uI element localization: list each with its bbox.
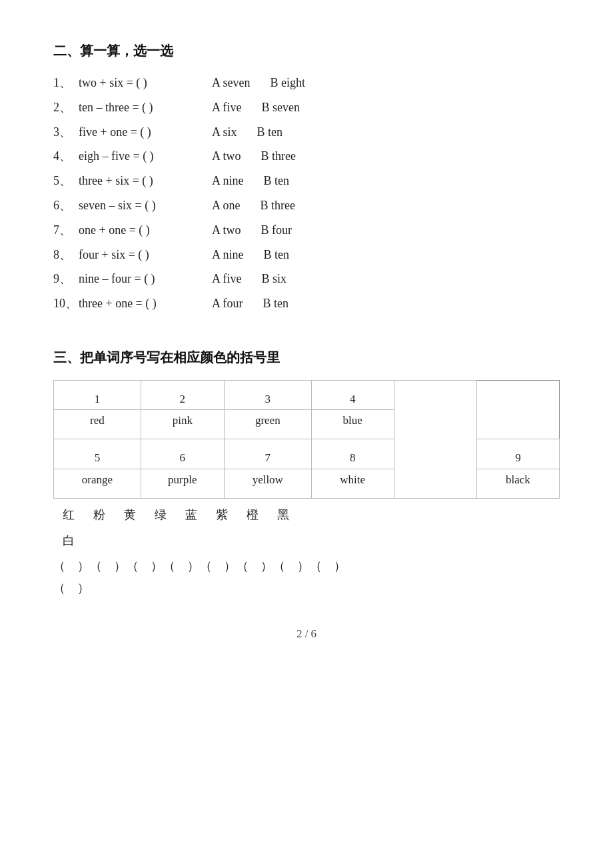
bracket-5: （ ） [200, 557, 237, 576]
math-row-4: 4、eigh – five = ( )A twoB three [53, 147, 560, 166]
empty-cell [394, 380, 476, 498]
chinese-yellow: 黄 [115, 505, 145, 525]
chinese-blue: 蓝 [176, 505, 207, 525]
math-choice-3-0: A six [212, 123, 237, 142]
bracket-4: （ ） [163, 557, 200, 576]
bracket-6: （ ） [237, 557, 273, 576]
section-three: 三、把单词序号写在相应颜色的括号里 1 2 3 4 red pink green… [53, 347, 560, 598]
math-choice-1-1: B eight [271, 73, 306, 93]
section-two-title: 二、算一算，选一选 [53, 40, 560, 61]
math-choice-2-0: A five [212, 98, 242, 117]
math-num-9: 9、 [53, 269, 79, 289]
chinese-white: 白 [53, 531, 84, 551]
math-expr-5: three + six = ( ) [79, 171, 212, 191]
color-num-8: 8 [311, 439, 394, 469]
color-num-4: 4 [311, 380, 394, 409]
color-name-green: green [224, 410, 311, 439]
color-num-1: 1 [54, 380, 141, 409]
math-row-2: 2、ten – three = ( )A fiveB seven [53, 98, 560, 117]
math-choice-6-1: B three [261, 196, 295, 215]
math-choice-10-0: A four [212, 294, 243, 313]
math-choice-3-1: B ten [257, 123, 283, 142]
math-num-3: 3、 [53, 123, 79, 142]
math-choices-4: A twoB three [212, 147, 296, 166]
color-num-5: 5 [54, 439, 141, 469]
math-num-6: 6、 [53, 196, 79, 215]
color-table-num-row1: 1 2 3 4 [54, 380, 560, 409]
math-choice-5-0: A nine [212, 171, 244, 191]
brackets-row-1: （ ） （ ） （ ） （ ） （ ） （ ） （ ） （ ） [53, 557, 560, 576]
math-num-7: 7、 [53, 221, 79, 240]
math-expr-2: ten – three = ( ) [79, 98, 212, 117]
chinese-pink: 粉 [84, 505, 115, 525]
color-name-white: white [311, 469, 394, 498]
math-choice-4-0: A two [212, 147, 241, 166]
brackets-row-2: （ ） [53, 579, 560, 598]
math-num-2: 2、 [53, 98, 79, 117]
math-choices-1: A sevenB eight [212, 73, 305, 93]
color-name-black: black [476, 469, 559, 498]
math-problems: 1、two + six = ( )A sevenB eight2、ten – t… [53, 73, 560, 313]
bracket-8: （ ） [310, 557, 346, 576]
math-row-5: 5、three + six = ( )A nineB ten [53, 171, 560, 191]
math-choice-1-0: A seven [212, 73, 251, 93]
math-choice-9-0: A five [212, 269, 242, 289]
math-expr-8: four + six = ( ) [79, 245, 212, 265]
color-name-red: red [54, 410, 141, 439]
math-choice-2-1: B seven [262, 98, 301, 117]
chinese-orange: 橙 [237, 505, 268, 525]
math-choice-5-1: B ten [264, 171, 290, 191]
math-row-3: 3、five + one = ( )A sixB ten [53, 123, 560, 142]
math-expr-3: five + one = ( ) [79, 123, 212, 142]
section-three-title: 三、把单词序号写在相应颜色的括号里 [53, 347, 560, 368]
math-row-9: 9、nine – four = ( )A fiveB six [53, 269, 560, 289]
page-number: 2 / 6 [53, 625, 560, 643]
color-num-9: 9 [476, 439, 559, 469]
math-row-6: 6、seven – six = ( )A oneB three [53, 196, 560, 215]
color-num-3: 3 [224, 380, 311, 409]
math-expr-4: eigh – five = ( ) [79, 147, 212, 166]
math-choices-2: A fiveB seven [212, 98, 300, 117]
math-num-5: 5、 [53, 171, 79, 191]
math-row-8: 8、four + six = ( )A nineB ten [53, 245, 560, 265]
math-choices-7: A twoB four [212, 221, 292, 240]
math-expr-10: three + one = ( ) [79, 294, 212, 313]
math-choice-7-1: B four [261, 221, 293, 240]
section-two: 二、算一算，选一选 1、two + six = ( )A sevenB eigh… [53, 40, 560, 313]
math-choice-10-1: B ten [263, 294, 289, 313]
color-table-name-row2: orange purple yellow white black [54, 469, 560, 498]
chinese-chars-row: 红 粉 黄 绿 蓝 紫 橙 黑 [53, 505, 560, 525]
color-name-pink: pink [141, 410, 224, 439]
math-choice-8-1: B ten [264, 245, 290, 265]
math-choices-6: A oneB three [212, 196, 295, 215]
math-choices-5: A nineB ten [212, 171, 289, 191]
math-num-1: 1、 [53, 73, 79, 93]
color-name-yellow: yellow [224, 469, 311, 498]
bracket-3: （ ） [127, 557, 163, 576]
math-expr-6: seven – six = ( ) [79, 196, 212, 215]
color-num-6: 6 [141, 439, 224, 469]
math-row-7: 7、one + one = ( )A twoB four [53, 221, 560, 240]
math-row-10: 10、three + one = ( )A fourB ten [53, 294, 560, 313]
color-num-2: 2 [141, 380, 224, 409]
color-name-blue: blue [311, 410, 394, 439]
chinese-black: 黑 [268, 505, 299, 525]
color-table-name-row1: red pink green blue [54, 410, 560, 439]
color-table: 1 2 3 4 red pink green blue 5 6 7 8 9 or… [53, 380, 560, 499]
bracket-9: （ ） [53, 579, 90, 598]
math-choice-4-1: B three [261, 147, 296, 166]
math-choices-9: A fiveB six [212, 269, 287, 289]
bracket-7: （ ） [273, 557, 310, 576]
color-name-orange: orange [54, 469, 141, 498]
math-choices-10: A fourB ten [212, 294, 289, 313]
math-choice-8-0: A nine [212, 245, 244, 265]
chinese-red: 红 [53, 505, 84, 525]
math-num-4: 4、 [53, 147, 79, 166]
chinese-chars-row2: 白 [53, 531, 560, 551]
color-name-purple: purple [141, 469, 224, 498]
math-choice-7-0: A two [212, 221, 241, 240]
color-num-7: 7 [224, 439, 311, 469]
math-choice-9-1: B six [262, 269, 287, 289]
bracket-1: （ ） [53, 557, 90, 576]
chinese-purple: 紫 [207, 505, 237, 525]
